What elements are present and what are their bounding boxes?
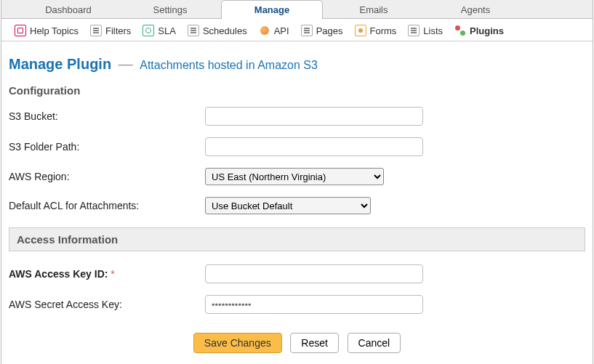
row-s3-folder: S3 Folder Path: <box>9 137 585 156</box>
subnav-pages[interactable]: Pages <box>301 25 343 36</box>
access-information-heading: Access Information <box>9 227 585 251</box>
pages-icon <box>301 25 313 36</box>
label-secret-key: AWS Secret Access Key: <box>9 299 205 310</box>
input-s3-folder[interactable] <box>205 137 423 156</box>
button-row: Save Changes Reset Cancel <box>9 325 585 353</box>
label-s3-folder: S3 Folder Path: <box>9 141 205 153</box>
subnav-api[interactable]: API <box>259 25 289 36</box>
label-default-acl: Default ACL for Attachments: <box>9 200 205 211</box>
label-aws-region: AWS Region: <box>9 171 205 182</box>
primary-tabs: Dashboard Settings Manage Emails Agents <box>1 0 593 19</box>
subnav-forms[interactable]: Forms <box>355 25 397 36</box>
subnav-label: Forms <box>370 25 397 36</box>
subnav-plugins[interactable]: Plugins <box>454 25 504 36</box>
tab-emails[interactable]: Emails <box>323 0 425 19</box>
subnav-label: Lists <box>423 25 443 36</box>
tab-dashboard[interactable]: Dashboard <box>17 0 119 19</box>
filters-icon <box>90 25 102 36</box>
label-access-key: AWS Access Key ID: * <box>9 268 205 280</box>
subnav-schedules[interactable]: Schedules <box>188 25 247 36</box>
subnav-label: Plugins <box>470 25 504 36</box>
select-default-acl[interactable]: Use Bucket Default <box>205 197 371 214</box>
reset-button[interactable]: Reset <box>290 333 339 353</box>
subnav-lists[interactable]: Lists <box>408 25 443 36</box>
subnav-sla[interactable]: SLA <box>143 25 176 36</box>
row-s3-bucket: S3 Bucket: <box>9 107 585 126</box>
subnav-filters[interactable]: Filters <box>90 25 131 36</box>
save-button[interactable]: Save Changes <box>193 333 282 353</box>
forms-icon <box>355 25 366 36</box>
help-topics-icon <box>15 25 26 36</box>
tab-settings[interactable]: Settings <box>119 0 221 19</box>
subnav-label: SLA <box>158 25 176 36</box>
sla-icon <box>143 25 154 36</box>
page-title-dash: — <box>119 56 133 72</box>
content-area: Manage Plugin — Attachments hosted in Am… <box>1 41 593 364</box>
row-default-acl: Default ACL for Attachments: Use Bucket … <box>9 197 585 214</box>
subnav-label: Pages <box>316 25 343 36</box>
tab-manage[interactable]: Manage <box>221 0 323 19</box>
schedules-icon <box>188 25 199 36</box>
input-s3-bucket[interactable] <box>205 107 423 126</box>
api-icon <box>259 25 270 36</box>
label-s3-bucket: S3 Bucket: <box>9 110 205 122</box>
row-aws-region: AWS Region: US East (Northern Virginia) <box>9 168 585 185</box>
plugins-icon <box>454 25 466 36</box>
configuration-heading: Configuration <box>9 84 585 97</box>
row-secret-key: AWS Secret Access Key: <box>9 295 585 314</box>
input-secret-key[interactable] <box>205 295 423 314</box>
row-access-key: AWS Access Key ID: * <box>9 264 585 283</box>
page-title-main: Manage Plugin <box>9 56 111 72</box>
subnav-label: Filters <box>105 25 131 36</box>
lists-icon <box>408 25 420 36</box>
cancel-button[interactable]: Cancel <box>348 333 401 353</box>
app-frame: Dashboard Settings Manage Emails Agents … <box>1 0 593 364</box>
input-access-key[interactable] <box>205 264 423 283</box>
subnav: Help Topics Filters SLA Schedules API Pa… <box>1 19 593 41</box>
select-aws-region[interactable]: US East (Northern Virginia) <box>205 168 384 185</box>
required-star: * <box>111 268 114 280</box>
subnav-help-topics[interactable]: Help Topics <box>15 25 79 36</box>
label-access-key-text: AWS Access Key ID: <box>9 268 108 280</box>
page-title-sub: Attachments hosted in Amazon S3 <box>140 59 318 71</box>
subnav-label: API <box>274 25 289 36</box>
subnav-label: Help Topics <box>30 25 79 36</box>
subnav-label: Schedules <box>203 25 247 36</box>
tab-agents[interactable]: Agents <box>425 0 526 19</box>
page-title: Manage Plugin — Attachments hosted in Am… <box>9 56 585 73</box>
